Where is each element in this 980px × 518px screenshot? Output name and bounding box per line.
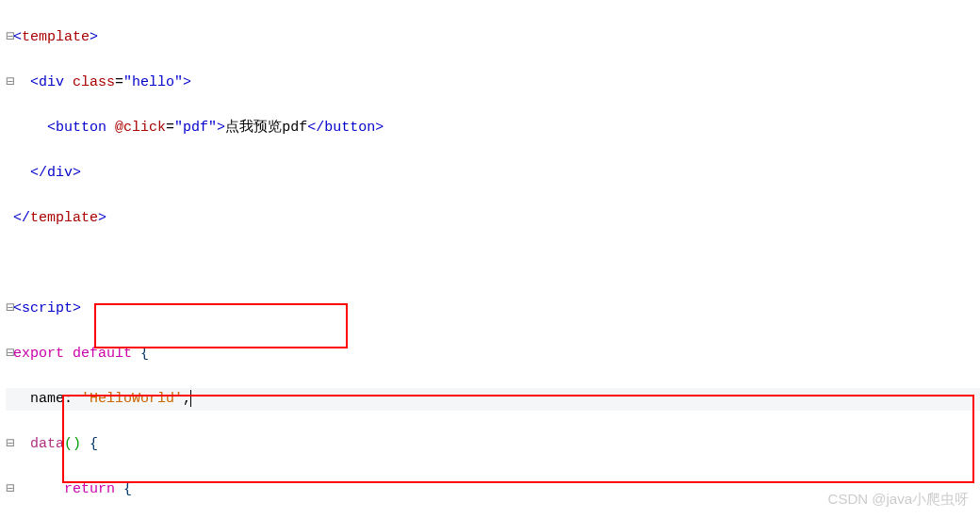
code-line: ⊟ <div class="hello">	[6, 72, 980, 94]
code-line: ⊟<template>	[6, 26, 980, 49]
fold-gutter: ⊟	[6, 478, 11, 501]
code-line	[6, 252, 980, 275]
fold-gutter: ⊟	[6, 433, 11, 456]
code-editor: ⊟<template> ⊟ <div class="hello"> <butto…	[0, 0, 980, 518]
code-line-active: name: 'HelloWorld',	[6, 388, 980, 411]
fold-gutter: ⊟	[6, 298, 11, 320]
fold-gutter: ⊟	[6, 26, 11, 49]
fold-gutter: ⊟	[6, 72, 11, 94]
code-line: </template>	[6, 207, 980, 230]
code-line: <button @click="pdf">点我预览pdf</button>	[6, 117, 980, 139]
code-line: ⊟export default {	[6, 343, 980, 365]
fold-gutter: ⊟	[6, 343, 11, 365]
code-line: </div>	[6, 162, 980, 185]
text-cursor	[190, 390, 191, 407]
code-line: ⊟<script>	[6, 298, 980, 320]
code-line: ⊟ data() {	[6, 433, 980, 456]
watermark: CSDN @java小爬虫呀	[828, 488, 969, 510]
